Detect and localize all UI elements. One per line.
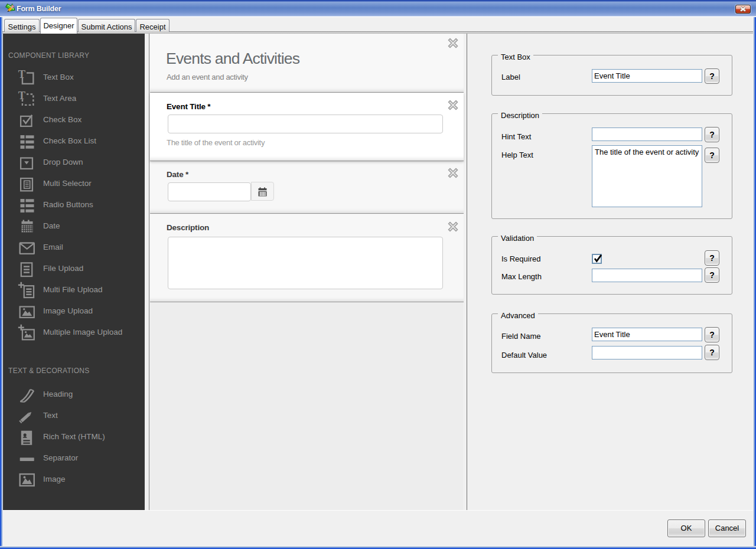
svg-text:T: T [18, 68, 25, 80]
svg-text:T: T [18, 90, 25, 102]
